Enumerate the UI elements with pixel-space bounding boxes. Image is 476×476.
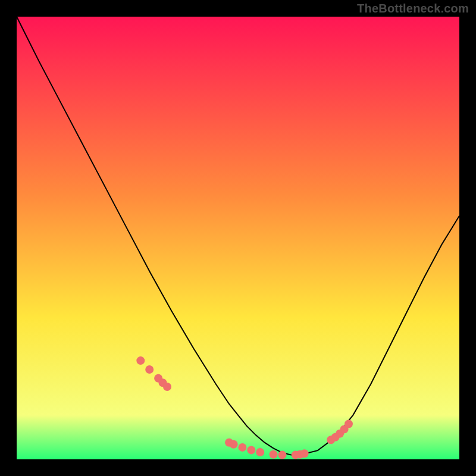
marker-point	[256, 448, 264, 456]
marker-point	[300, 449, 309, 458]
marker-point	[230, 440, 238, 449]
marker-point	[345, 420, 353, 428]
marker-point	[247, 446, 255, 454]
marker-point	[136, 356, 145, 365]
marker-point	[163, 383, 171, 391]
plot-background-gradient	[17, 17, 459, 459]
marker-point	[145, 365, 154, 374]
marker-point	[238, 443, 246, 452]
chart-stage: TheBottleneck.com	[0, 0, 476, 476]
bottleneck-chart	[0, 0, 476, 476]
marker-point	[278, 451, 286, 459]
marker-point	[270, 450, 278, 459]
watermark-text: TheBottleneck.com	[357, 2, 469, 15]
